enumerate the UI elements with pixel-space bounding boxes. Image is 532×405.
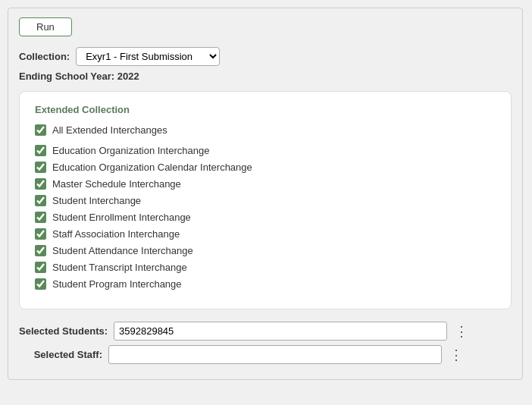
interchange-item: Student Attendance Interchange <box>35 245 496 256</box>
interchange-label-6: Student Attendance Interchange <box>52 245 193 256</box>
interchange-checkbox-1[interactable] <box>35 162 46 173</box>
interchange-list: Education Organization InterchangeEducat… <box>35 145 496 290</box>
selected-staff-row: Selected Staff: ⋮ <box>19 345 512 364</box>
collection-label: Collection: <box>19 51 70 62</box>
selected-staff-menu-button[interactable]: ⋮ <box>448 348 465 362</box>
interchange-checkbox-7[interactable] <box>35 262 46 273</box>
interchange-item: Student Transcript Interchange <box>35 262 496 273</box>
collection-select[interactable]: Exyr1 - First Submission <box>76 47 220 66</box>
interchange-checkbox-3[interactable] <box>35 195 46 206</box>
selected-staff-label: Selected Staff: <box>19 349 102 360</box>
interchange-checkbox-8[interactable] <box>35 278 46 290</box>
interchange-item: Student Program Interchange <box>35 278 496 290</box>
selected-students-row: Selected Students: ⋮ <box>19 322 512 341</box>
interchange-label-4: Student Enrollment Interchange <box>52 212 191 223</box>
selected-students-input[interactable] <box>114 322 447 341</box>
all-extended-interchanges-label: All Extended Interchanges <box>52 124 167 136</box>
interchange-item: Student Interchange <box>35 195 496 206</box>
interchange-label-1: Education Organization Calendar Intercha… <box>52 162 252 173</box>
interchange-item: Student Enrollment Interchange <box>35 212 496 223</box>
interchange-checkbox-5[interactable] <box>35 228 46 240</box>
run-button[interactable]: Run <box>19 17 72 36</box>
extended-collection-title: Extended Collection <box>35 104 496 115</box>
interchange-item: Education Organization Calendar Intercha… <box>35 162 496 173</box>
interchange-item: Staff Association Interchange <box>35 228 496 240</box>
interchange-label-3: Student Interchange <box>52 195 141 206</box>
selected-staff-input[interactable] <box>108 345 442 364</box>
interchange-label-2: Master Schedule Interchange <box>52 178 181 190</box>
ending-year-label: Ending School Year: 2022 <box>19 71 512 82</box>
interchange-label-8: Student Program Interchange <box>52 278 182 290</box>
main-container: Run Collection: Exyr1 - First Submission… <box>8 8 523 380</box>
all-extended-interchanges-item: All Extended Interchanges <box>35 124 496 136</box>
extended-collection-box: Extended Collection All Extended Interch… <box>19 91 512 309</box>
interchange-checkbox-4[interactable] <box>35 212 46 223</box>
selected-students-menu-button[interactable]: ⋮ <box>453 325 470 338</box>
all-extended-interchanges-checkbox[interactable] <box>35 124 46 136</box>
collection-row: Collection: Exyr1 - First Submission <box>19 47 512 66</box>
interchange-label-7: Student Transcript Interchange <box>52 262 187 273</box>
interchange-checkbox-2[interactable] <box>35 178 46 190</box>
interchange-label-5: Staff Association Interchange <box>52 228 180 240</box>
interchange-label-0: Education Organization Interchange <box>52 145 209 156</box>
interchange-checkbox-6[interactable] <box>35 245 46 256</box>
interchange-item: Master Schedule Interchange <box>35 178 496 190</box>
interchange-checkbox-0[interactable] <box>35 145 46 156</box>
selected-students-label: Selected Students: <box>19 325 108 337</box>
interchange-item: Education Organization Interchange <box>35 145 496 156</box>
